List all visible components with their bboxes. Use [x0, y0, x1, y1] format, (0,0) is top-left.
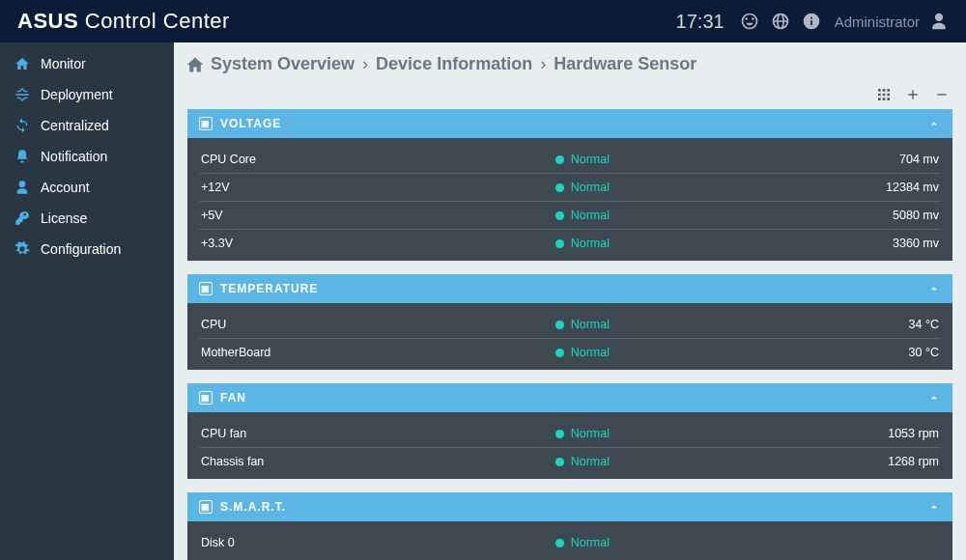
- breadcrumb-sep: ›: [540, 54, 546, 74]
- sensor-status: Normal: [555, 181, 748, 194]
- home-icon: [14, 55, 31, 72]
- home-icon[interactable]: [185, 55, 205, 74]
- sensor-value: 1268 rpm: [747, 455, 939, 468]
- breadcrumb-item[interactable]: Device Information: [376, 54, 532, 74]
- sensor-row: Disk 0Normal: [199, 529, 941, 556]
- sensor-row: MotherBoardNormal30 °C: [199, 339, 941, 366]
- breadcrumb-item[interactable]: Hardware Sensor: [554, 54, 696, 74]
- expand-all-icon[interactable]: [902, 84, 923, 105]
- sensor-value: 3360 mv: [747, 237, 939, 250]
- sensor-name: CPU Core: [201, 153, 555, 166]
- panel-body: CPU CoreNormal704 mv+12VNormal12384 mv+5…: [187, 138, 952, 261]
- sensor-name: CPU fan: [201, 427, 555, 440]
- sensor-name: MotherBoard: [201, 346, 555, 359]
- panel-header[interactable]: ▣S.M.A.R.T.: [187, 492, 952, 521]
- breadcrumb-sep: ›: [362, 54, 368, 74]
- sync-icon: [14, 117, 31, 134]
- bell-icon: [14, 148, 31, 165]
- sensor-row: Chassis fanNormal1268 rpm: [199, 448, 941, 475]
- status-dot-icon: [555, 239, 564, 248]
- sidebar-item-label: Monitor: [41, 56, 86, 71]
- collapse-all-icon[interactable]: [931, 84, 952, 105]
- sensor-row: +3.3VNormal3360 mv: [199, 230, 941, 257]
- user-label: Administrator: [835, 14, 920, 30]
- sensor-row: CPU CoreNormal704 mv: [199, 146, 941, 174]
- grid-view-icon[interactable]: [873, 84, 895, 105]
- sensor-status: Normal: [555, 237, 748, 250]
- sidebar-item-notification[interactable]: Notification: [0, 141, 174, 172]
- sensor-name: Chassis fan: [201, 455, 555, 468]
- panel-toolbar: [174, 80, 966, 109]
- clock: 17:31: [676, 11, 724, 33]
- panel-icon: ▣: [199, 500, 213, 514]
- panel-header[interactable]: ▣FAN: [187, 383, 952, 412]
- panel-title: FAN: [220, 391, 246, 405]
- panel-title: VOLTAGE: [220, 117, 281, 130]
- chevron-up-icon: [927, 282, 941, 295]
- panel-header[interactable]: ▣TEMPERATURE: [187, 274, 952, 303]
- sensor-name: Disk 0: [201, 536, 555, 549]
- sidebar-item-label: Deployment: [41, 87, 113, 102]
- sidebar-item-configuration[interactable]: Configuration: [0, 234, 174, 265]
- status-dot-icon: [555, 539, 564, 547]
- panel-icon: ▣: [199, 282, 213, 295]
- sensor-value: 1053 rpm: [747, 427, 939, 440]
- smiley-icon[interactable]: [739, 11, 760, 32]
- sensor-name: CPU: [201, 318, 555, 331]
- panel-header[interactable]: ▣VOLTAGE: [187, 109, 952, 138]
- sensor-row: +12VNormal12384 mv: [199, 174, 941, 202]
- user-avatar-icon[interactable]: [928, 11, 950, 32]
- sidebar-item-label: Centralized: [41, 118, 109, 133]
- chevron-up-icon: [927, 500, 941, 514]
- sensor-status: Normal: [555, 427, 748, 440]
- sensor-value: 12384 mv: [747, 181, 939, 194]
- sensor-name: +5V: [201, 209, 555, 222]
- sidebar: MonitorDeploymentCentralizedNotification…: [0, 42, 174, 560]
- sensor-value: 704 mv: [747, 153, 939, 166]
- breadcrumb: System Overview › Device Information › H…: [174, 42, 966, 80]
- deploy-icon: [14, 86, 31, 103]
- sensor-status: Normal: [555, 153, 748, 166]
- sidebar-item-label: Account: [41, 180, 90, 195]
- sensor-status: Normal: [555, 536, 748, 549]
- sidebar-item-label: Configuration: [41, 241, 121, 257]
- sidebar-item-label: Notification: [41, 149, 107, 164]
- panel-temperature: ▣TEMPERATURECPUNormal34 °CMotherBoardNor…: [187, 274, 952, 370]
- info-icon[interactable]: [801, 11, 822, 32]
- sensor-status: Normal: [555, 455, 748, 468]
- sidebar-item-centralized[interactable]: Centralized: [0, 110, 174, 141]
- chevron-up-icon: [927, 117, 941, 130]
- sidebar-item-label: License: [41, 210, 87, 226]
- sensor-name: +12V: [201, 181, 555, 194]
- panel-voltage: ▣VOLTAGECPU CoreNormal704 mv+12VNormal12…: [187, 109, 952, 261]
- panel-title: S.M.A.R.T.: [220, 500, 286, 514]
- status-dot-icon: [555, 155, 564, 164]
- globe-icon[interactable]: [770, 11, 791, 32]
- panel-body: Disk 0Normal: [187, 521, 952, 560]
- status-dot-icon: [555, 430, 564, 438]
- panel-title: TEMPERATURE: [220, 282, 318, 295]
- status-dot-icon: [555, 321, 564, 329]
- sensor-row: CPU fanNormal1053 rpm: [199, 420, 941, 448]
- sensor-row: +5VNormal5080 mv: [199, 202, 941, 230]
- sensor-status: Normal: [555, 346, 748, 359]
- panel-body: CPUNormal34 °CMotherBoardNormal30 °C: [187, 303, 952, 370]
- status-dot-icon: [555, 458, 564, 466]
- sidebar-item-account[interactable]: Account: [0, 172, 174, 203]
- sidebar-item-license[interactable]: License: [0, 203, 174, 234]
- top-bar: ASUS Control Center 17:31 Administrator: [0, 0, 966, 42]
- panel-icon: ▣: [199, 391, 213, 405]
- sensor-status: Normal: [555, 209, 748, 222]
- panel-icon: ▣: [199, 117, 213, 130]
- status-dot-icon: [555, 349, 564, 357]
- sidebar-item-monitor[interactable]: Monitor: [0, 48, 174, 79]
- sensor-name: +3.3V: [201, 237, 555, 250]
- panel-smart: ▣S.M.A.R.T.Disk 0Normal: [187, 492, 952, 560]
- panel-fan: ▣FANCPU fanNormal1053 rpmChassis fanNorm…: [187, 383, 952, 479]
- chevron-up-icon: [927, 391, 941, 405]
- main-content: System Overview › Device Information › H…: [174, 42, 966, 560]
- sidebar-item-deployment[interactable]: Deployment: [0, 79, 174, 110]
- key-icon: [14, 210, 31, 227]
- status-dot-icon: [555, 211, 564, 220]
- breadcrumb-item[interactable]: System Overview: [211, 54, 355, 74]
